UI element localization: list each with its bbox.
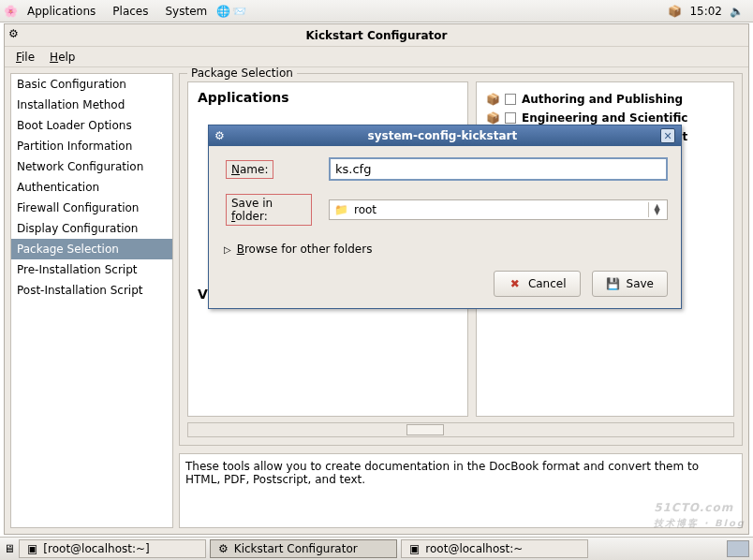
horizontal-scrollbar[interactable]	[187, 422, 734, 437]
sidebar-item-boot-loader-options[interactable]: Boot Loader Options	[11, 115, 172, 136]
menubar: File Help	[5, 47, 748, 67]
description-box: These tools allow you to create document…	[179, 453, 743, 528]
terminal-icon: ▣	[409, 542, 420, 555]
pkg-label: Authoring and Publishing	[522, 93, 683, 106]
browse-expander[interactable]: ▷ Browse for other folders	[222, 239, 668, 265]
checkbox[interactable]	[505, 94, 516, 105]
name-label: Name:	[226, 160, 273, 179]
gnome-bottom-panel: 🖥 ▣ [root@localhost:~] ⚙ Kickstart Confi…	[0, 537, 753, 560]
gnome-top-panel: 🌸 Applications Places System 🌐 📨 📦 15:02…	[0, 0, 753, 22]
save-label: Save	[627, 277, 654, 290]
workspace-switcher[interactable]	[727, 540, 749, 557]
sidebar-item-authentication[interactable]: Authentication	[11, 177, 172, 198]
sidebar-item-post-installation-script[interactable]: Post-Installation Script	[11, 280, 172, 301]
volume-icon[interactable]: 🔈	[730, 5, 744, 18]
window-title: Kickstart Configurator	[306, 29, 448, 42]
sidebar-item-firewall-configuration[interactable]: Firewall Configuration	[11, 198, 172, 218]
folder-value: root	[354, 203, 376, 216]
sidebar-item-installation-method[interactable]: Installation Method	[11, 95, 172, 115]
folder-label: Save in folder:	[226, 194, 312, 226]
menu-file[interactable]: File	[8, 49, 42, 66]
checkbox[interactable]	[505, 112, 516, 124]
sidebar-item-partition-information[interactable]: Partition Information	[11, 136, 172, 156]
app-icon: ⚙	[218, 542, 229, 555]
browse-label: Browse for other folders	[237, 243, 373, 256]
folder-combo[interactable]: 📁 root ▲▼	[329, 199, 668, 220]
group-header: Applications	[198, 90, 458, 109]
mail-icon[interactable]: 📨	[232, 5, 246, 18]
dialog-title-text: system-config-kickstart	[225, 129, 660, 142]
sidebar-item-pre-installation-script[interactable]: Pre-Installation Script	[11, 259, 172, 280]
category-icon: 📦	[486, 93, 499, 106]
places-menu[interactable]: Places	[105, 3, 155, 20]
menu-help[interactable]: Help	[42, 49, 82, 66]
terminal-icon: ▣	[27, 542, 37, 555]
applications-menu[interactable]: Applications	[20, 3, 103, 20]
pkg-item[interactable]: 📦Authoring and Publishing	[486, 90, 724, 109]
system-menu[interactable]: System	[157, 3, 214, 20]
filename-input[interactable]	[329, 157, 668, 181]
save-icon: 💾	[606, 276, 621, 291]
task-kickstart[interactable]: ⚙ Kickstart Configurator	[210, 539, 397, 558]
cancel-label: Cancel	[528, 277, 567, 290]
group-label: Package Selection	[187, 67, 297, 80]
show-desktop-icon[interactable]: 🖥	[4, 542, 15, 555]
expander-triangle-icon: ▷	[224, 244, 231, 255]
dialog-titlebar[interactable]: ⚙ system-config-kickstart ✕	[209, 125, 681, 146]
window-icon: ⚙	[8, 27, 19, 40]
sidebar: Basic ConfigurationInstallation MethodBo…	[10, 73, 173, 528]
sidebar-item-package-selection[interactable]: Package Selection	[11, 239, 172, 259]
task-terminal-2[interactable]: ▣ root@localhost:~	[401, 539, 588, 558]
sidebar-item-basic-configuration[interactable]: Basic Configuration	[11, 74, 172, 95]
task-terminal-1[interactable]: ▣ [root@localhost:~]	[19, 539, 206, 558]
save-dialog: ⚙ system-config-kickstart ✕ Name: Save i…	[208, 125, 682, 309]
save-button[interactable]: 💾 Save	[592, 271, 668, 297]
browser-icon[interactable]: 🌐	[216, 5, 230, 18]
category-icon: 📦	[486, 111, 499, 125]
dialog-icon: ⚙	[214, 129, 225, 142]
clock[interactable]: 15:02	[689, 5, 722, 18]
pkg-label: Engineering and Scientific	[522, 111, 687, 125]
sidebar-item-network-configuration[interactable]: Network Configuration	[11, 156, 172, 177]
folder-icon: 📁	[334, 203, 348, 216]
close-icon[interactable]: ✕	[660, 128, 675, 143]
cancel-button[interactable]: ✖ Cancel	[494, 271, 581, 297]
distro-icon: 🌸	[4, 5, 18, 18]
combo-arrow-icon[interactable]: ▲▼	[648, 202, 665, 217]
cancel-icon: ✖	[508, 276, 523, 291]
sidebar-item-display-configuration[interactable]: Display Configuration	[11, 218, 172, 239]
window-titlebar: ⚙ Kickstart Configurator	[5, 24, 748, 47]
update-icon[interactable]: 📦	[668, 5, 682, 18]
